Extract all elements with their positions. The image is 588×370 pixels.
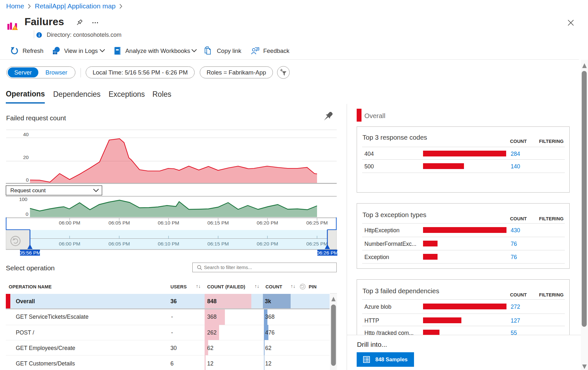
svg-text:06:15 PM: 06:15 PM bbox=[207, 241, 229, 246]
svg-text:06:20 PM: 06:20 PM bbox=[257, 220, 278, 225]
svg-text:06:00 PM: 06:00 PM bbox=[59, 220, 80, 225]
svg-text:06:25 PM: 06:25 PM bbox=[306, 241, 328, 246]
svg-text:06:00 PM: 06:00 PM bbox=[59, 241, 80, 246]
svg-text:100: 100 bbox=[19, 196, 27, 202]
svg-text:!: ! bbox=[14, 26, 16, 30]
svg-text:40: 40 bbox=[23, 132, 29, 137]
svg-text:06:26 PM: 06:26 PM bbox=[317, 250, 338, 255]
svg-text:06:10 PM: 06:10 PM bbox=[158, 220, 179, 225]
svg-text:06:05 PM: 06:05 PM bbox=[109, 220, 130, 225]
svg-text:06:25 PM: 06:25 PM bbox=[306, 220, 328, 225]
svg-text:Request count: Request count bbox=[10, 187, 46, 194]
svg-text:0: 0 bbox=[25, 211, 28, 217]
svg-text:06:20 PM: 06:20 PM bbox=[257, 241, 278, 246]
svg-text:06:05 PM: 06:05 PM bbox=[109, 241, 130, 246]
svg-text:0: 0 bbox=[26, 177, 29, 183]
svg-text:06:10 PM: 06:10 PM bbox=[158, 241, 179, 246]
svg-text:20: 20 bbox=[23, 155, 29, 160]
svg-text:06:15 PM: 06:15 PM bbox=[207, 220, 229, 225]
svg-text:05:56 PM: 05:56 PM bbox=[19, 250, 41, 255]
